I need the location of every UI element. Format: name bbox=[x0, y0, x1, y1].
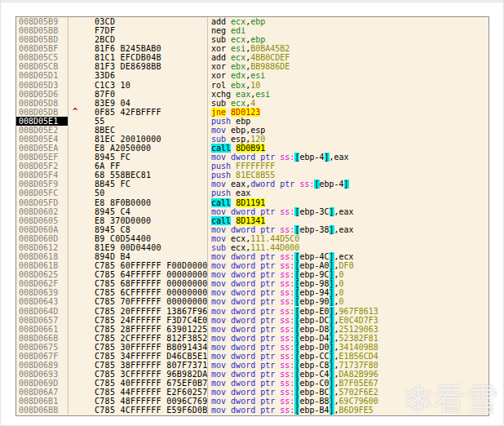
disasm-row[interactable]: 008D0661C785 28FFFFFF 63901225mov dword … bbox=[16, 325, 489, 334]
instruction-cell[interactable]: mov dword ptr ss:[ebp-3C],eax bbox=[208, 207, 489, 216]
address-cell[interactable]: 008D0693 bbox=[16, 370, 69, 379]
instruction-cell[interactable]: call 8D1341 bbox=[208, 216, 489, 225]
disasm-row[interactable]: 008D0657C785 24FFFFFF F3D7C4E0mov dword … bbox=[16, 316, 489, 325]
disasm-row[interactable]: 008D0605E8 370D0000call 8D1341 bbox=[16, 216, 489, 225]
instruction-cell[interactable]: neg edi bbox=[208, 26, 489, 35]
disasm-row[interactable]: 008D05DB^0F85 42FBFFFFjne 8D0123 bbox=[16, 108, 489, 117]
disasm-row[interactable]: 008D062FC785 68FFFFFF 00000000mov dword … bbox=[16, 279, 489, 288]
instruction-cell[interactable]: push eax bbox=[208, 189, 489, 197]
address-cell[interactable]: 008D060A bbox=[16, 225, 69, 234]
disasm-row[interactable]: 008D05BBF7DFneg edi bbox=[16, 26, 489, 35]
disasm-row[interactable]: 008D05E28BECmov ebp,esp bbox=[16, 126, 489, 135]
address-cell[interactable]: 008D0689 bbox=[16, 361, 69, 370]
instruction-cell[interactable]: mov dword ptr ss:[ebp-DC],E0C4D7F3 bbox=[208, 316, 489, 325]
bytes-cell[interactable]: C785 24FFFFFF F3D7C4E0 bbox=[69, 316, 208, 325]
bytes-cell[interactable]: 894D B4 bbox=[69, 252, 208, 261]
bytes-cell[interactable]: C785 70FFFFFF 00000000 bbox=[69, 297, 208, 306]
disasm-row[interactable]: 008D05EAE8 A2050000call 8D0B91 bbox=[16, 144, 489, 153]
address-cell[interactable]: 008D05EA bbox=[16, 144, 69, 153]
disasm-row[interactable]: 008D06A7C785 44FFFFFF E2F60257mov dword … bbox=[16, 388, 489, 397]
instruction-cell[interactable]: rol ebx,10 bbox=[208, 81, 489, 90]
address-cell[interactable]: 008D05F2 bbox=[16, 162, 69, 171]
instruction-cell[interactable]: mov dword ptr ss:[ebp-C4],DA82B996 bbox=[208, 370, 489, 379]
disasm-row[interactable]: 008D05D687F0xchg eax,esi bbox=[16, 90, 489, 99]
instruction-cell[interactable]: mov ebp,esp bbox=[208, 126, 489, 135]
bytes-cell[interactable]: 8945 C8 bbox=[69, 225, 208, 234]
instruction-cell[interactable]: call 8D1191 bbox=[208, 198, 489, 207]
bytes-cell[interactable]: C785 3CFFFFFF 96B982DA bbox=[69, 370, 208, 379]
disasm-row[interactable]: 008D05CB81F3 DE8698BBxor ebx,BB9886DE bbox=[16, 62, 489, 71]
instruction-cell[interactable]: mov dword ptr ss:[ebp-94],0 bbox=[208, 288, 489, 297]
bytes-cell[interactable]: C785 30FFFFFF B8091434 bbox=[69, 343, 208, 352]
disasm-row[interactable]: 008D05FC50push eax bbox=[16, 189, 489, 197]
disasm-row[interactable]: 008D061281E9 00D04400sub ecx,111.44D000 bbox=[16, 243, 489, 252]
instruction-cell[interactable]: mov dword ptr ss:[ebp-A0],DF0 bbox=[208, 261, 489, 270]
disasm-row[interactable]: 008D060A8945 C8mov dword ptr ss:[ebp-38]… bbox=[16, 225, 489, 234]
disasm-row[interactable]: 008D06028945 C4mov dword ptr ss:[ebp-3C]… bbox=[16, 207, 489, 216]
instruction-cell[interactable]: mov dword ptr ss:[ebp-D8],25129063 bbox=[208, 325, 489, 334]
address-cell[interactable]: 008D0643 bbox=[16, 297, 69, 306]
bytes-cell[interactable]: E8 8F0B0000 bbox=[69, 198, 208, 207]
instruction-cell[interactable]: sub ecx,111.44D000 bbox=[208, 243, 489, 252]
bytes-cell[interactable]: 8BEC bbox=[69, 126, 208, 135]
address-cell[interactable]: 008D05D6 bbox=[16, 90, 69, 99]
disasm-row[interactable]: 008D05D3C1C3 10rol ebx,10 bbox=[16, 81, 489, 90]
bytes-cell[interactable]: C785 2CFFFFFF 812F3852 bbox=[69, 334, 208, 343]
bytes-cell[interactable]: C785 6CFFFFFF 00000000 bbox=[69, 288, 208, 297]
instruction-cell[interactable]: mov dword ptr ss:[ebp-D4],52382F81 bbox=[208, 334, 489, 343]
address-cell[interactable]: 008D067F bbox=[16, 352, 69, 361]
instruction-cell[interactable]: sub ecx,ebp bbox=[208, 35, 489, 44]
bytes-cell[interactable]: C1C3 10 bbox=[69, 81, 208, 90]
bytes-cell[interactable]: 8B45 FC bbox=[69, 180, 208, 189]
bytes-cell[interactable]: C785 44FFFFFF E2F60257 bbox=[69, 388, 208, 397]
disasm-row[interactable]: 008D05F26A FFpush FFFFFFFF bbox=[16, 162, 489, 171]
instruction-cell[interactable]: mov dword ptr ss:[ebp-D0],341409B8 bbox=[208, 343, 489, 352]
instruction-cell[interactable]: push ebp bbox=[208, 117, 489, 126]
address-cell[interactable]: 008D05FD bbox=[16, 198, 69, 207]
disasm-row[interactable]: 008D05E481EC 20010000sub esp,120 bbox=[16, 135, 489, 144]
address-cell[interactable]: 008D05BF bbox=[16, 44, 69, 53]
bytes-cell[interactable]: 68 558BEC81 bbox=[69, 171, 208, 180]
address-cell[interactable]: 008D05EF bbox=[16, 153, 69, 162]
address-cell[interactable]: 008D05C5 bbox=[16, 53, 69, 62]
bytes-cell[interactable]: C785 40FFFFFF 675EF0B7 bbox=[69, 379, 208, 388]
instruction-cell[interactable]: mov eax,dword ptr ss:[ebp-4] bbox=[208, 180, 489, 189]
address-cell[interactable]: 008D06B1 bbox=[16, 397, 69, 406]
disasm-row[interactable]: 008D05B903CDadd ecx,ebp bbox=[16, 17, 489, 26]
bytes-cell[interactable]: 8945 C4 bbox=[69, 207, 208, 216]
bytes-cell[interactable]: E8 370D0000 bbox=[69, 216, 208, 225]
instruction-cell[interactable]: jne 8D0123 bbox=[208, 108, 489, 117]
address-cell[interactable]: 008D05BD bbox=[16, 35, 69, 44]
disasm-row[interactable]: 008D05F468 558BEC81push 81EC8B55 bbox=[16, 171, 489, 180]
bytes-cell[interactable]: 50 bbox=[69, 189, 208, 197]
address-cell[interactable]: 008D0618 bbox=[16, 252, 69, 261]
address-cell[interactable]: 008D05B9 bbox=[16, 17, 69, 26]
disasm-row[interactable]: 008D06B1C785 48FFFFFF 0096C769mov dword … bbox=[16, 397, 489, 406]
instruction-cell[interactable]: mov dword ptr ss:[ebp-4C],ecx bbox=[208, 252, 489, 261]
address-cell[interactable]: 008D05E2 bbox=[16, 126, 69, 135]
bytes-cell[interactable]: C785 4CFFFFFF E59F6D0B bbox=[69, 406, 208, 415]
instruction-cell[interactable]: xchg eax,esi bbox=[208, 90, 489, 99]
disasm-row[interactable]: 008D061BC785 60FFFFFF F00D0000mov dword … bbox=[16, 261, 489, 270]
disasm-row[interactable]: 008D0639C785 6CFFFFFF 00000000mov dword … bbox=[16, 288, 489, 297]
bytes-cell[interactable]: C785 64FFFFFF 00000000 bbox=[69, 270, 208, 279]
bytes-cell[interactable]: 81EC 20010000 bbox=[69, 135, 208, 144]
disasm-row[interactable]: 008D069DC785 40FFFFFF 675EF0B7mov dword … bbox=[16, 379, 489, 388]
address-cell[interactable]: 008D062F bbox=[16, 279, 69, 288]
disasm-row[interactable]: 008D06BBC785 4CFFFFFF E59F6D0Bmov dword … bbox=[16, 406, 489, 415]
bytes-cell[interactable]: B9 C0D54400 bbox=[69, 234, 208, 243]
instruction-cell[interactable]: mov dword ptr ss:[ebp-90],0 bbox=[208, 297, 489, 306]
address-cell[interactable]: 008D0661 bbox=[16, 325, 69, 334]
address-cell[interactable]: 008D05E4 bbox=[16, 135, 69, 144]
instruction-cell[interactable]: mov dword ptr ss:[ebp-9C],0 bbox=[208, 270, 489, 279]
disasm-row[interactable]: 008D0693C785 3CFFFFFF 96B982DAmov dword … bbox=[16, 370, 489, 379]
disasm-row[interactable]: 008D05BD2BCDsub ecx,ebp bbox=[16, 35, 489, 44]
address-cell[interactable]: 008D069D bbox=[16, 379, 69, 388]
instruction-cell[interactable]: add ecx,4BB0CDEF bbox=[208, 53, 489, 62]
disasm-row[interactable]: 008D0675C785 30FFFFFF B8091434mov dword … bbox=[16, 343, 489, 352]
bytes-cell[interactable]: C785 34FFFFFF D46CB5E1 bbox=[69, 352, 208, 361]
bytes-cell[interactable]: 03CD bbox=[69, 17, 208, 26]
disasm-row[interactable]: 008D05D133D6xor edx,esi bbox=[16, 71, 489, 80]
address-cell[interactable]: 008D05F4 bbox=[16, 171, 69, 180]
instruction-cell[interactable]: mov dword ptr ss:[ebp-B4],B6D9FE5 bbox=[208, 406, 489, 415]
